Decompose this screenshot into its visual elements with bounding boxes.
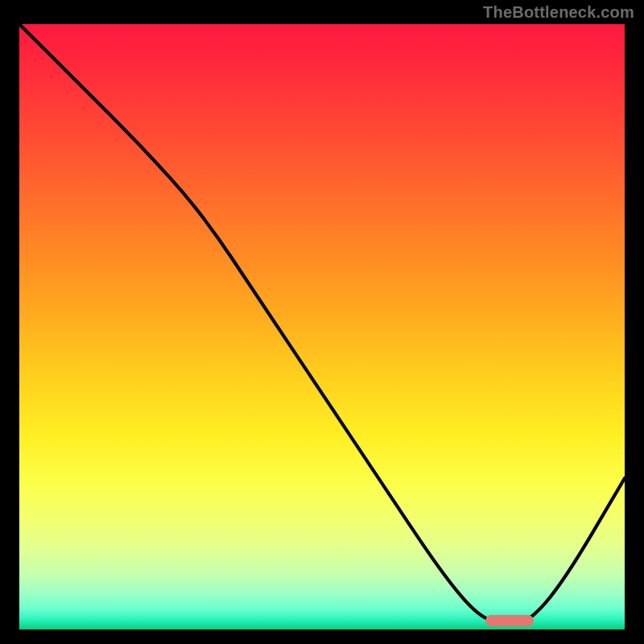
- watermark-text: TheBottleneck.com: [483, 3, 634, 22]
- optimal-range-marker: [485, 615, 534, 626]
- bottleneck-curve: [19, 24, 625, 630]
- chart-frame: TheBottleneck.com: [0, 0, 644, 644]
- plot-area: [19, 24, 625, 630]
